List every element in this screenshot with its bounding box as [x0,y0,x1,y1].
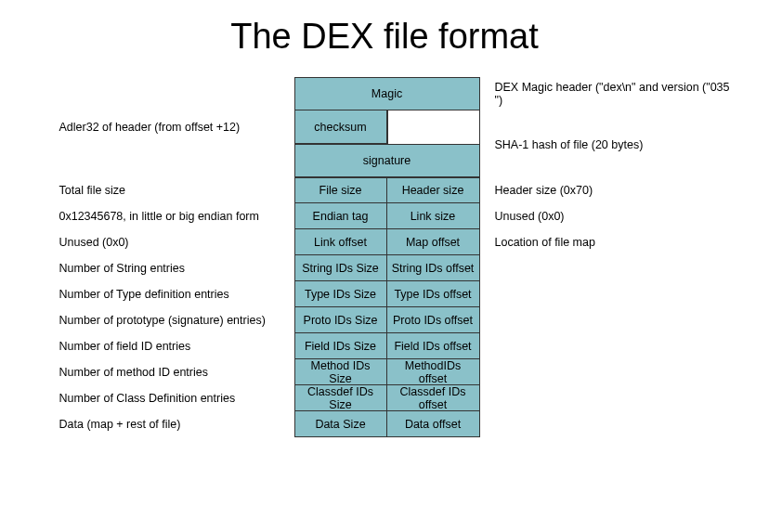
left-label: Number of prototype (signature) entries) [39,314,294,327]
dex-format-diagram: Magic DEX Magic header ("dex\n" and vers… [0,77,769,437]
cell-protoids-offset: Proto IDs offset [387,307,480,333]
row-classdefids: Number of Class Definition entries Class… [0,385,769,411]
row-filesize: Total file size File size Header size He… [0,177,769,203]
row-signature: signature SHA-1 hash of file (20 bytes) [0,144,769,177]
left-label: Number of Class Definition entries [39,392,294,405]
cell-fieldids-offset: Field IDs offset [387,333,480,359]
cell-signature: signature [294,144,480,177]
row-typeids: Number of Type definition entries Type I… [0,281,769,307]
left-label: Adler32 of header (from offset +12) [39,121,294,134]
cell-typeids-offset: Type IDs offset [387,281,480,307]
row-data: Data (map + rest of file) Data Size Data… [0,411,769,437]
left-label: Total file size [39,184,294,197]
cell-classdef-offset: Classdef IDs offset [387,385,480,411]
left-label: Number of method ID entries [39,366,294,379]
cell-endian-tag: Endian tag [294,203,387,229]
right-label: SHA-1 hash of file (20 bytes) [480,138,731,151]
right-label: DEX Magic header ("dex\n" and version ("… [480,81,731,107]
cell-magic: Magic [294,77,480,110]
cell-stringids-size: String IDs Size [294,255,387,281]
row-linkoffset: Unused (0x0) Link offset Map offset Loca… [0,229,769,255]
row-methodids: Number of method ID entries Method IDs S… [0,359,769,385]
cell-link-size: Link size [387,203,480,229]
left-label: Number of Type definition entries [39,288,294,301]
cell-data-offset: Data offset [387,411,480,437]
cell-methodids-offset: MethodIDs offset [387,359,480,385]
left-label: Data (map + rest of file) [39,418,294,431]
row-protoids: Number of prototype (signature) entries)… [0,307,769,333]
row-stringids: Number of String entries String IDs Size… [0,255,769,281]
cell-stringids-offset: String IDs offset [387,255,480,281]
cell-header-size: Header size [387,177,480,203]
cell-typeids-size: Type IDs Size [294,281,387,307]
cell-file-size: File size [294,177,387,203]
cell-protoids-size: Proto IDs Size [294,307,387,333]
right-label: Location of file map [480,236,731,249]
cell-data-size: Data Size [294,411,387,437]
cell-blank [387,110,480,144]
row-fieldids: Number of field ID entries Field IDs Siz… [0,333,769,359]
cell-classdef-size: Classdef IDs Size [294,385,387,411]
cell-methodids-size: Method IDs Size [294,359,387,385]
page-title: The DEX file format [0,17,769,57]
left-label: Number of field ID entries [39,340,294,353]
right-label: Header size (0x70) [480,184,731,197]
cell-checksum: checksum [294,110,387,144]
cell-fieldids-size: Field IDs Size [294,333,387,359]
left-label: 0x12345678, in little or big endian form [39,210,294,223]
left-label: Unused (0x0) [39,236,294,249]
left-label: Number of String entries [39,262,294,275]
cell-map-offset: Map offset [387,229,480,255]
row-endian: 0x12345678, in little or big endian form… [0,203,769,229]
row-magic: Magic DEX Magic header ("dex\n" and vers… [0,77,769,110]
right-label: Unused (0x0) [480,210,731,223]
cell-link-offset: Link offset [294,229,387,255]
